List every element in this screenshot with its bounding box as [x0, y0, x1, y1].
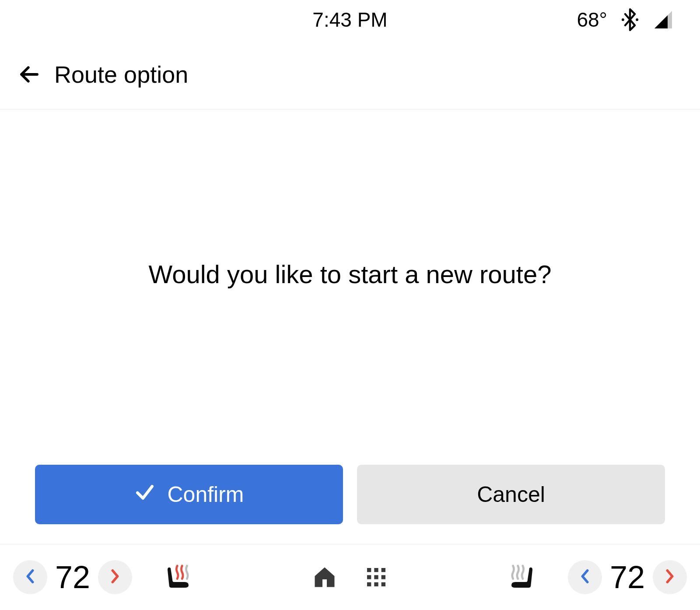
driver-temp-down-button[interactable] [13, 560, 47, 594]
chevron-right-icon [664, 569, 676, 585]
screen-header: Route option [0, 39, 700, 109]
page-title: Route option [54, 61, 188, 88]
bluetooth-icon [620, 8, 640, 31]
driver-temp-up-button[interactable] [98, 560, 132, 594]
svg-rect-4 [382, 568, 385, 572]
climate-bar: 72 [0, 544, 700, 610]
apps-grid-button[interactable] [364, 565, 388, 589]
outside-temperature: 68° [577, 8, 607, 32]
driver-temperature: 72 [55, 559, 90, 595]
cancel-button-label: Cancel [477, 482, 545, 507]
driver-heated-seat-icon[interactable] [162, 561, 194, 593]
passenger-climate-group: 72 [506, 559, 687, 595]
confirm-button-label: Confirm [167, 482, 244, 507]
svg-rect-7 [382, 575, 385, 579]
confirm-button[interactable]: Confirm [35, 465, 343, 524]
chevron-left-icon [24, 569, 36, 585]
prompt-question: Would you like to start a new route? [149, 259, 552, 289]
passenger-heated-seat-icon[interactable] [506, 561, 538, 593]
check-icon [134, 481, 156, 508]
status-time: 7:43 PM [312, 8, 387, 32]
passenger-temp-down-button[interactable] [568, 560, 602, 594]
passenger-temp-up-button[interactable] [653, 560, 687, 594]
svg-rect-6 [374, 575, 378, 579]
chevron-right-icon [109, 569, 121, 585]
svg-rect-2 [367, 568, 371, 572]
chevron-left-icon [579, 569, 591, 585]
passenger-temperature: 72 [610, 559, 645, 595]
svg-point-1 [636, 18, 638, 21]
svg-rect-3 [374, 568, 378, 572]
svg-point-0 [622, 18, 624, 21]
status-bar: 7:43 PM 68° [0, 0, 700, 39]
cancel-button[interactable]: Cancel [357, 465, 665, 524]
svg-rect-5 [367, 575, 371, 579]
svg-rect-9 [374, 582, 378, 586]
back-arrow-icon[interactable] [18, 63, 41, 86]
home-button[interactable] [312, 564, 338, 590]
svg-rect-8 [367, 582, 371, 586]
driver-climate-group: 72 [13, 559, 194, 595]
signal-icon [653, 9, 674, 30]
svg-rect-10 [382, 582, 385, 586]
